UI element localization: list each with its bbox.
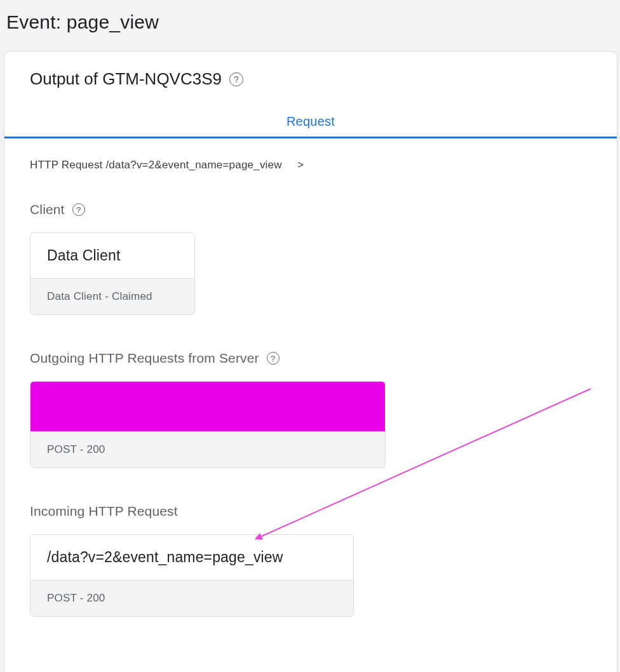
panel-content: HTTP Request /data?v=2&event_name=page_v… xyxy=(4,138,617,672)
breadcrumb-separator: > xyxy=(297,159,304,171)
breadcrumb-text: HTTP Request /data?v=2&event_name=page_v… xyxy=(30,159,282,171)
outgoing-card-redacted xyxy=(30,382,385,431)
section-incoming: Incoming HTTP Request /data?v=2&event_na… xyxy=(30,504,591,617)
tab-request[interactable]: Request xyxy=(286,107,335,137)
panel-title: Output of GTM-NQVC3S9 xyxy=(30,69,222,89)
section-incoming-label: Incoming HTTP Request xyxy=(30,504,591,519)
help-icon[interactable]: ? xyxy=(72,203,85,216)
event-title: Event: page_view xyxy=(0,0,620,51)
client-label-text: Client xyxy=(30,202,65,217)
outgoing-card-status: POST - 200 xyxy=(30,431,385,467)
breadcrumb[interactable]: HTTP Request /data?v=2&event_name=page_v… xyxy=(30,159,591,171)
help-icon[interactable]: ? xyxy=(267,352,280,365)
section-client: Client ? Data Client Data Client - Claim… xyxy=(30,202,591,315)
client-card-status: Data Client - Claimed xyxy=(30,278,194,314)
client-card-title: Data Client xyxy=(30,233,194,278)
incoming-card-status: POST - 200 xyxy=(30,580,353,616)
outgoing-label-text: Outgoing HTTP Requests from Server xyxy=(30,351,259,366)
output-panel: Output of GTM-NQVC3S9 ? Request HTTP Req… xyxy=(4,51,617,672)
tab-bar: Request xyxy=(4,107,617,138)
section-client-label: Client ? xyxy=(30,202,591,217)
incoming-card[interactable]: /data?v=2&event_name=page_view POST - 20… xyxy=(30,534,354,617)
section-outgoing-label: Outgoing HTTP Requests from Server ? xyxy=(30,351,591,366)
panel-header: Output of GTM-NQVC3S9 ? xyxy=(4,69,617,107)
incoming-label-text: Incoming HTTP Request xyxy=(30,504,178,519)
outgoing-card[interactable]: POST - 200 xyxy=(30,381,386,468)
client-card[interactable]: Data Client Data Client - Claimed xyxy=(30,232,195,315)
section-outgoing: Outgoing HTTP Requests from Server ? POS… xyxy=(30,351,591,468)
incoming-card-title: /data?v=2&event_name=page_view xyxy=(30,535,353,580)
help-icon[interactable]: ? xyxy=(229,72,243,86)
